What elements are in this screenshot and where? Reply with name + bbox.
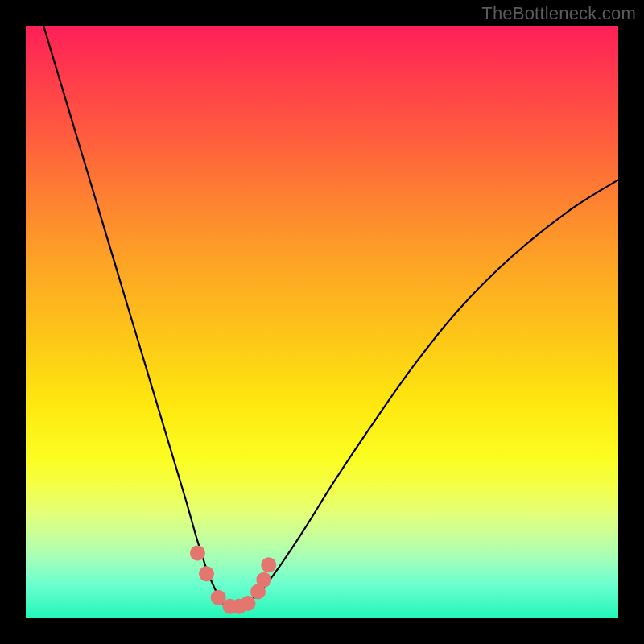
datapoint — [199, 566, 214, 581]
bottleneck-curve — [43, 26, 618, 607]
datapoint — [261, 557, 276, 572]
watermark-text: TheBottleneck.com — [481, 3, 636, 24]
datapoint — [256, 572, 271, 588]
chart-svg — [26, 26, 618, 618]
datapoints-group — [190, 546, 276, 614]
datapoint — [241, 596, 256, 611]
chart-plot-area — [26, 26, 618, 618]
datapoint — [190, 546, 205, 561]
